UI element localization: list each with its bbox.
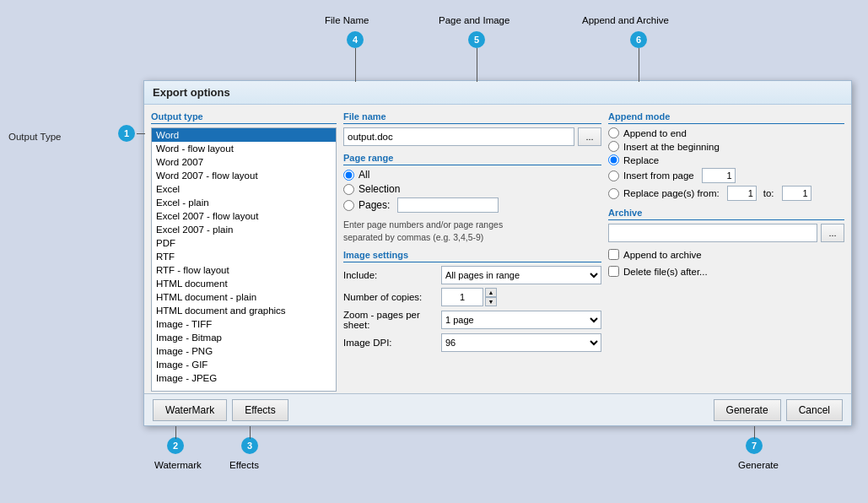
- footer-right-buttons: Generate Cancel: [714, 399, 843, 421]
- archive-label: Archive: [608, 208, 844, 220]
- append-mode-label: Append mode: [608, 111, 844, 124]
- callout-circle-2: 2: [167, 437, 184, 454]
- callout-line-2: [175, 426, 176, 439]
- callout-label-append: Append and Archive: [582, 15, 669, 25]
- archive-section: Archive ... Append to archive Delete fil…: [608, 208, 844, 277]
- copies-down-button[interactable]: ▼: [485, 297, 497, 306]
- list-item-excel2007-plain[interactable]: Excel 2007 - plain: [152, 223, 336, 236]
- insert-from-page[interactable]: Insert from page: [608, 168, 844, 183]
- radio-all[interactable]: [343, 170, 354, 181]
- include-select[interactable]: All pages in range: [441, 266, 601, 284]
- replace-pages[interactable]: Replace page(s) from: to:: [608, 186, 844, 201]
- callout-line-1: [137, 133, 145, 134]
- output-type-label: Output type: [151, 111, 337, 124]
- callout-label-pageimage: Page and Image: [439, 15, 509, 25]
- copies-up-button[interactable]: ▲: [485, 288, 497, 297]
- replace-to-value[interactable]: [782, 186, 811, 201]
- callout-output-type: Output Type: [8, 131, 61, 143]
- filename-row: ...: [343, 127, 601, 146]
- radio-selection[interactable]: [343, 184, 354, 195]
- page-range-options: All Selection Pages:: [343, 169, 601, 213]
- list-item-image-png[interactable]: Image - PNG: [152, 344, 336, 358]
- list-item-rtf-flow[interactable]: RTF - flow layout: [152, 263, 336, 277]
- callout-line-6: [639, 48, 639, 82]
- list-item-word2007-flow[interactable]: Word 2007 - flow layout: [152, 169, 336, 182]
- radio-insert-beginning[interactable]: [608, 141, 619, 152]
- page-range-selection[interactable]: Selection: [343, 183, 601, 195]
- zoom-select[interactable]: 1 page: [441, 311, 601, 329]
- page-range-hint: Enter page numbers and/or page rangessep…: [343, 219, 601, 243]
- callout-circle-4: 4: [347, 31, 364, 48]
- radio-append-end[interactable]: [608, 127, 619, 138]
- copies-label: Number of copies:: [343, 292, 436, 302]
- list-item-html-doc-graphics[interactable]: HTML document and graphics: [152, 304, 336, 317]
- middle-panel: File name ... Page range All: [343, 111, 601, 392]
- list-item-image-bitmap[interactable]: Image - Bitmap: [152, 331, 336, 344]
- dpi-select[interactable]: 96: [441, 333, 601, 352]
- list-item-rtf[interactable]: RTF: [152, 250, 336, 263]
- delete-files-checkbox[interactable]: Delete file(s) after...: [608, 266, 844, 277]
- archive-browse-button[interactable]: ...: [821, 224, 844, 242]
- list-item-image-tiff[interactable]: Image - TIFF: [152, 317, 336, 331]
- page-range-label: Page range: [343, 153, 601, 165]
- insert-from-value[interactable]: [702, 168, 736, 183]
- radio-pages[interactable]: [343, 200, 354, 211]
- append-to-end[interactable]: Append to end: [608, 127, 844, 138]
- list-item-excel[interactable]: Excel: [152, 182, 336, 196]
- append-mode-section: Append mode Append to end Insert at the …: [608, 111, 844, 201]
- filename-section-label: File name: [343, 111, 601, 124]
- cancel-button[interactable]: Cancel: [786, 399, 843, 421]
- replace-from-value[interactable]: [727, 186, 757, 201]
- append-archive-check[interactable]: [608, 249, 619, 260]
- callout-label-filename: File Name: [325, 15, 369, 25]
- right-panel: Append mode Append to end Insert at the …: [608, 111, 844, 392]
- pages-input[interactable]: [397, 197, 499, 213]
- replace-mode[interactable]: Replace: [608, 154, 844, 165]
- generate-button[interactable]: Generate: [714, 399, 781, 421]
- callout-circle-5: 5: [468, 31, 485, 48]
- page-range-pages[interactable]: Pages:: [343, 197, 601, 213]
- archive-input[interactable]: [608, 224, 817, 242]
- dialog-title: Export options: [144, 81, 851, 105]
- radio-replace-pages[interactable]: [608, 188, 619, 199]
- insert-beginning[interactable]: Insert at the beginning: [608, 141, 844, 152]
- append-to-archive-checkbox[interactable]: Append to archive: [608, 249, 844, 260]
- list-item-word2007[interactable]: Word 2007: [152, 155, 336, 169]
- list-item-html-doc[interactable]: HTML document: [152, 277, 336, 290]
- zoom-label: Zoom - pages per sheet:: [343, 310, 436, 330]
- callout-circle-7: 7: [746, 437, 763, 454]
- delete-files-check[interactable]: [608, 266, 619, 277]
- list-item-image-jpeg[interactable]: Image - JPEG: [152, 371, 336, 385]
- callout-line-5: [477, 48, 477, 82]
- callout-circle-6: 6: [630, 31, 647, 48]
- callout-label-output-type: Output Type: [8, 132, 61, 142]
- list-item-image-gif[interactable]: Image - GIF: [152, 358, 336, 371]
- archive-path-row: ...: [608, 224, 844, 242]
- effects-button[interactable]: Effects: [232, 399, 288, 421]
- dialog-footer: WaterMark Effects Generate Cancel: [144, 393, 851, 425]
- list-item-html-doc-plain[interactable]: HTML document - plain: [152, 290, 336, 304]
- page-range-all[interactable]: All: [343, 169, 601, 181]
- list-item-excel-plain[interactable]: Excel - plain: [152, 196, 336, 209]
- export-options-dialog: Export options Output type Word Word - f…: [143, 80, 852, 426]
- include-label: Include:: [343, 270, 436, 280]
- filename-browse-button[interactable]: ...: [578, 127, 601, 146]
- callout-line-7: [754, 426, 755, 439]
- watermark-button[interactable]: WaterMark: [153, 399, 227, 421]
- callout-label-generate: Generate: [738, 460, 779, 470]
- copies-input[interactable]: [441, 288, 483, 306]
- image-settings-label: Image settings: [343, 250, 601, 262]
- callout-line-4: [355, 48, 356, 82]
- dpi-label: Image DPI:: [343, 338, 436, 348]
- radio-replace[interactable]: [608, 154, 619, 165]
- output-type-list[interactable]: Word Word - flow layout Word 2007 Word 2…: [151, 127, 337, 392]
- list-item-excel2007-flow[interactable]: Excel 2007 - flow layout: [152, 209, 336, 223]
- append-mode-options: Append to end Insert at the beginning Re…: [608, 127, 844, 201]
- callout-circle-1: 1: [118, 125, 135, 142]
- list-item-word[interactable]: Word: [152, 128, 336, 142]
- page-range-section: Page range All Selection Pages:: [343, 153, 601, 243]
- radio-insert-from[interactable]: [608, 170, 619, 181]
- filename-input[interactable]: [343, 127, 574, 146]
- list-item-word-flow[interactable]: Word - flow layout: [152, 142, 336, 155]
- list-item-pdf[interactable]: PDF: [152, 236, 336, 250]
